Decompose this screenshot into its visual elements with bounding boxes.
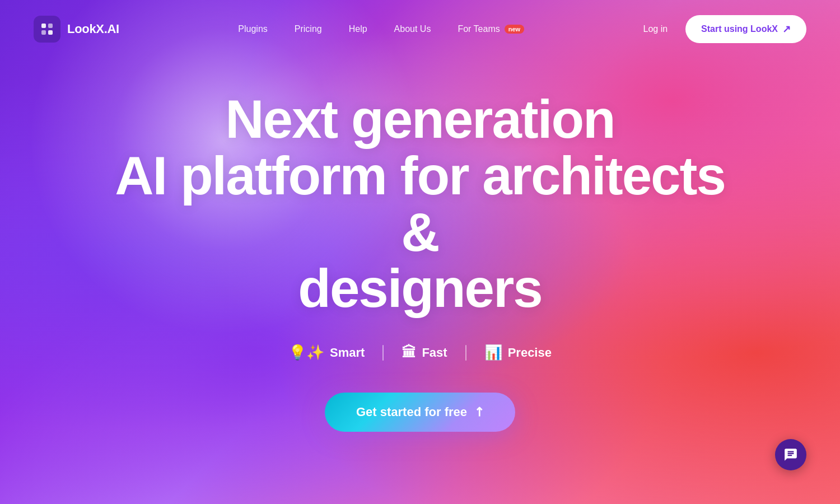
logo-icon xyxy=(34,16,60,43)
precise-icon: 📊 xyxy=(484,344,502,361)
chat-icon xyxy=(783,447,798,462)
svg-rect-0 xyxy=(41,24,46,28)
hero-line2: AI platform for architects & xyxy=(115,146,725,262)
hero-line1: Next generation xyxy=(225,89,614,149)
get-started-arrow-icon: ↗ xyxy=(470,404,487,421)
feature-fast-label: Fast xyxy=(422,346,447,360)
svg-rect-3 xyxy=(48,30,53,35)
svg-rect-2 xyxy=(41,30,46,35)
brand-name: LookX.AI xyxy=(67,22,119,36)
new-badge: new xyxy=(505,25,524,34)
login-link[interactable]: Log in xyxy=(643,24,668,34)
feature-smart-label: Smart xyxy=(330,346,365,360)
chat-support-button[interactable] xyxy=(775,439,806,470)
hero-line3: designers xyxy=(298,258,542,318)
feature-smart: 💡✨ Smart xyxy=(288,344,365,361)
start-cta-button[interactable]: Start using LookX ↗ xyxy=(685,15,806,43)
nav-help[interactable]: Help xyxy=(349,24,367,34)
nav-for-teams-container[interactable]: For Teams new xyxy=(458,24,524,34)
get-started-label: Get started for free xyxy=(356,405,467,419)
nav-pricing[interactable]: Pricing xyxy=(295,24,322,34)
svg-rect-1 xyxy=(48,24,53,28)
nav-plugins[interactable]: Plugins xyxy=(238,24,267,34)
hero-cta-area: Get started for free ↗ xyxy=(325,393,515,432)
feature-precise-label: Precise xyxy=(508,346,552,360)
hero-section: Next generation AI platform for architec… xyxy=(0,91,840,432)
get-started-button[interactable]: Get started for free ↗ xyxy=(325,393,515,432)
start-cta-label: Start using LookX xyxy=(701,24,778,34)
divider-2 xyxy=(465,345,466,361)
hero-title: Next generation AI platform for architec… xyxy=(112,91,728,317)
cta-arrow-icon: ↗ xyxy=(782,23,791,35)
nav-about[interactable]: About Us xyxy=(394,24,431,34)
logo-area[interactable]: LookX.AI xyxy=(34,16,119,43)
feature-fast: 🏛 Fast xyxy=(402,344,447,361)
nav-links: Plugins Pricing Help About Us For Teams … xyxy=(238,24,524,34)
hero-features: 💡✨ Smart 🏛 Fast 📊 Precise xyxy=(288,344,552,361)
nav-for-teams: For Teams xyxy=(458,24,500,34)
smart-icon: 💡✨ xyxy=(288,344,324,361)
navbar: LookX.AI Plugins Pricing Help About Us F… xyxy=(0,0,840,58)
divider-1 xyxy=(382,345,384,361)
fast-icon: 🏛 xyxy=(402,344,416,361)
nav-right: Log in Start using LookX ↗ xyxy=(643,15,806,43)
feature-precise: 📊 Precise xyxy=(484,344,552,361)
